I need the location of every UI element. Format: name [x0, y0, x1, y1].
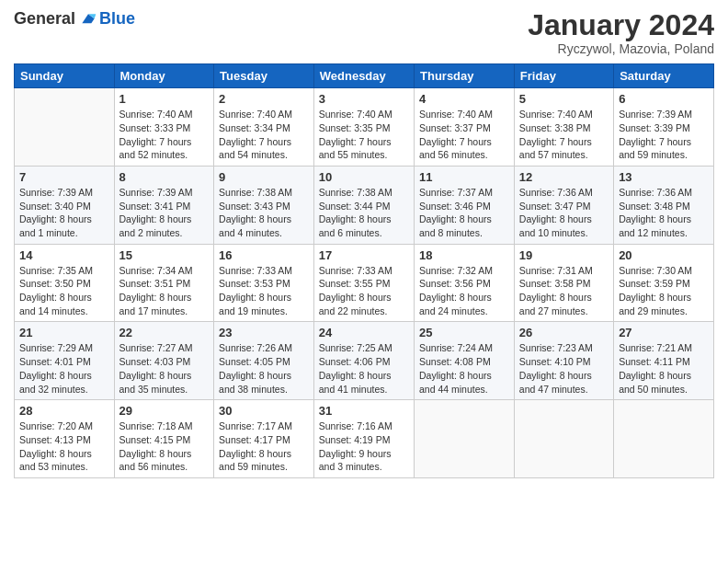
calendar-cell: 2Sunrise: 7:40 AM Sunset: 3:34 PM Daylig…	[214, 88, 314, 167]
calendar-cell: 13Sunrise: 7:36 AM Sunset: 3:48 PM Dayli…	[614, 166, 714, 244]
day-number: 6	[619, 92, 709, 106]
calendar-cell: 15Sunrise: 7:34 AM Sunset: 3:51 PM Dayli…	[114, 244, 214, 322]
calendar-cell: 6Sunrise: 7:39 AM Sunset: 3:39 PM Daylig…	[614, 88, 714, 167]
day-number: 11	[419, 170, 509, 184]
day-number: 13	[619, 170, 709, 184]
day-number: 18	[419, 248, 509, 262]
day-number: 12	[519, 170, 609, 184]
day-info: Sunrise: 7:39 AM Sunset: 3:40 PM Dayligh…	[19, 186, 109, 240]
day-info: Sunrise: 7:16 AM Sunset: 4:19 PM Dayligh…	[319, 419, 409, 474]
day-info: Sunrise: 7:27 AM Sunset: 4:03 PM Dayligh…	[119, 341, 210, 396]
calendar-cell: 21Sunrise: 7:29 AM Sunset: 4:01 PM Dayli…	[15, 322, 115, 400]
calendar-cell: 26Sunrise: 7:23 AM Sunset: 4:10 PM Dayli…	[514, 322, 613, 400]
logo-icon	[79, 10, 97, 29]
day-info: Sunrise: 7:32 AM Sunset: 3:56 PM Dayligh…	[419, 264, 509, 318]
calendar-cell: 25Sunrise: 7:24 AM Sunset: 4:08 PM Dayli…	[415, 322, 515, 400]
day-number: 26	[519, 326, 609, 339]
calendar-header-row: SundayMondayTuesdayWednesdayThursdayFrid…	[15, 64, 714, 88]
calendar-day-header: Thursday	[415, 64, 515, 88]
calendar-cell: 19Sunrise: 7:31 AM Sunset: 3:58 PM Dayli…	[514, 244, 613, 322]
day-info: Sunrise: 7:20 AM Sunset: 4:13 PM Dayligh…	[19, 419, 109, 474]
title-area: January 2024 Ryczywol, Mazovia, Poland	[528, 9, 714, 56]
day-number: 16	[219, 248, 309, 262]
header: General Blue January 2024 Ryczywol, Mazo…	[14, 9, 714, 56]
calendar-cell: 14Sunrise: 7:35 AM Sunset: 3:50 PM Dayli…	[15, 244, 115, 322]
logo: General Blue	[14, 9, 135, 29]
day-number: 31	[319, 404, 409, 418]
day-number: 3	[319, 92, 409, 106]
calendar-week-row: 21Sunrise: 7:29 AM Sunset: 4:01 PM Dayli…	[15, 322, 714, 400]
day-number: 4	[419, 92, 509, 106]
calendar-day-header: Friday	[514, 64, 613, 88]
calendar-day-header: Tuesday	[214, 64, 314, 88]
day-number: 17	[319, 248, 409, 262]
day-info: Sunrise: 7:33 AM Sunset: 3:53 PM Dayligh…	[219, 264, 309, 318]
day-number: 27	[619, 326, 709, 339]
day-number: 10	[319, 170, 409, 184]
page-subtitle: Ryczywol, Mazovia, Poland	[528, 41, 714, 56]
logo-text-blue: Blue	[99, 9, 135, 29]
day-number: 28	[19, 404, 109, 418]
day-number: 30	[219, 404, 309, 418]
day-info: Sunrise: 7:26 AM Sunset: 4:05 PM Dayligh…	[219, 341, 309, 396]
day-info: Sunrise: 7:40 AM Sunset: 3:33 PM Dayligh…	[119, 108, 210, 162]
calendar-cell: 23Sunrise: 7:26 AM Sunset: 4:05 PM Dayli…	[214, 322, 314, 400]
calendar-cell: 4Sunrise: 7:40 AM Sunset: 3:37 PM Daylig…	[415, 88, 515, 167]
calendar-cell: 16Sunrise: 7:33 AM Sunset: 3:53 PM Dayli…	[214, 244, 314, 322]
calendar-cell: 20Sunrise: 7:30 AM Sunset: 3:59 PM Dayli…	[614, 244, 714, 322]
calendar-cell: 27Sunrise: 7:21 AM Sunset: 4:11 PM Dayli…	[614, 322, 714, 400]
day-number: 9	[219, 170, 309, 184]
calendar-cell: 1Sunrise: 7:40 AM Sunset: 3:33 PM Daylig…	[114, 88, 214, 167]
page-title: January 2024	[528, 9, 714, 41]
calendar-day-header: Wednesday	[313, 64, 414, 88]
calendar-week-row: 1Sunrise: 7:40 AM Sunset: 3:33 PM Daylig…	[15, 88, 714, 167]
calendar-cell: 17Sunrise: 7:33 AM Sunset: 3:55 PM Dayli…	[313, 244, 414, 322]
day-info: Sunrise: 7:35 AM Sunset: 3:50 PM Dayligh…	[19, 264, 109, 318]
calendar-cell: 18Sunrise: 7:32 AM Sunset: 3:56 PM Dayli…	[415, 244, 515, 322]
day-info: Sunrise: 7:17 AM Sunset: 4:17 PM Dayligh…	[219, 419, 309, 474]
day-info: Sunrise: 7:37 AM Sunset: 3:46 PM Dayligh…	[419, 186, 509, 240]
day-number: 5	[519, 92, 609, 106]
calendar-cell: 28Sunrise: 7:20 AM Sunset: 4:13 PM Dayli…	[15, 400, 115, 478]
calendar-cell: 12Sunrise: 7:36 AM Sunset: 3:47 PM Dayli…	[514, 166, 613, 244]
day-info: Sunrise: 7:39 AM Sunset: 3:39 PM Dayligh…	[619, 108, 709, 162]
calendar-cell	[415, 400, 515, 478]
calendar-cell: 29Sunrise: 7:18 AM Sunset: 4:15 PM Dayli…	[114, 400, 214, 478]
day-number: 7	[19, 170, 109, 184]
day-info: Sunrise: 7:31 AM Sunset: 3:58 PM Dayligh…	[519, 264, 609, 318]
day-number: 29	[119, 404, 210, 418]
calendar-week-row: 28Sunrise: 7:20 AM Sunset: 4:13 PM Dayli…	[15, 400, 714, 478]
calendar-cell: 8Sunrise: 7:39 AM Sunset: 3:41 PM Daylig…	[114, 166, 214, 244]
day-info: Sunrise: 7:40 AM Sunset: 3:37 PM Dayligh…	[419, 108, 509, 162]
day-info: Sunrise: 7:23 AM Sunset: 4:10 PM Dayligh…	[519, 341, 609, 396]
day-number: 23	[219, 326, 309, 339]
calendar-cell	[614, 400, 714, 478]
calendar-week-row: 7Sunrise: 7:39 AM Sunset: 3:40 PM Daylig…	[15, 166, 714, 244]
day-number: 15	[119, 248, 210, 262]
calendar-cell: 31Sunrise: 7:16 AM Sunset: 4:19 PM Dayli…	[313, 400, 414, 478]
day-number: 20	[619, 248, 709, 262]
calendar-week-row: 14Sunrise: 7:35 AM Sunset: 3:50 PM Dayli…	[15, 244, 714, 322]
logo-text-general: General	[14, 9, 75, 29]
day-number: 8	[119, 170, 210, 184]
day-info: Sunrise: 7:18 AM Sunset: 4:15 PM Dayligh…	[119, 419, 210, 474]
calendar-day-header: Sunday	[15, 64, 115, 88]
calendar-day-header: Saturday	[614, 64, 714, 88]
calendar-cell: 3Sunrise: 7:40 AM Sunset: 3:35 PM Daylig…	[313, 88, 414, 167]
calendar-cell: 22Sunrise: 7:27 AM Sunset: 4:03 PM Dayli…	[114, 322, 214, 400]
day-number: 22	[119, 326, 210, 339]
calendar-cell	[15, 88, 115, 167]
calendar-cell: 30Sunrise: 7:17 AM Sunset: 4:17 PM Dayli…	[214, 400, 314, 478]
calendar-cell: 24Sunrise: 7:25 AM Sunset: 4:06 PM Dayli…	[313, 322, 414, 400]
day-info: Sunrise: 7:39 AM Sunset: 3:41 PM Dayligh…	[119, 186, 210, 240]
calendar-cell: 10Sunrise: 7:38 AM Sunset: 3:44 PM Dayli…	[313, 166, 414, 244]
day-number: 2	[219, 92, 309, 106]
day-info: Sunrise: 7:33 AM Sunset: 3:55 PM Dayligh…	[319, 264, 409, 318]
day-info: Sunrise: 7:38 AM Sunset: 3:43 PM Dayligh…	[219, 186, 309, 240]
day-info: Sunrise: 7:36 AM Sunset: 3:48 PM Dayligh…	[619, 186, 709, 240]
day-info: Sunrise: 7:40 AM Sunset: 3:34 PM Dayligh…	[219, 108, 309, 162]
day-number: 14	[19, 248, 109, 262]
day-info: Sunrise: 7:25 AM Sunset: 4:06 PM Dayligh…	[319, 341, 409, 396]
day-info: Sunrise: 7:29 AM Sunset: 4:01 PM Dayligh…	[19, 341, 109, 396]
calendar-cell: 5Sunrise: 7:40 AM Sunset: 3:38 PM Daylig…	[514, 88, 613, 167]
